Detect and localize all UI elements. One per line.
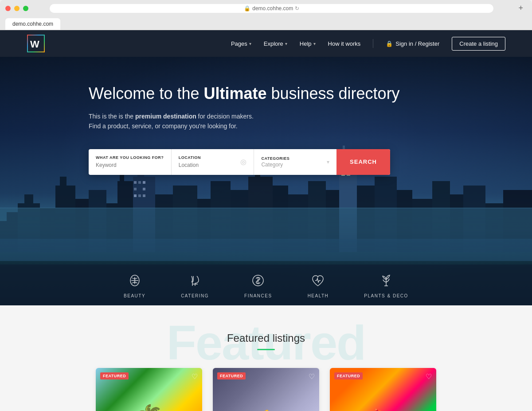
listing-card[interactable]: FEATURED ♡ 📍 London — [213, 368, 319, 411]
hero-content: Welcome to the Ultimate business directo… — [0, 57, 532, 175]
health-label: HEALTH — [308, 293, 329, 298]
card-image: FEATURED ♡ 📍 9 Merrit St, Jersey City, N… — [96, 368, 202, 411]
site-wrapper: W Pages ▾ Explore ▾ Help ▾ How it works — [0, 30, 532, 411]
new-tab-button[interactable]: + — [515, 4, 527, 13]
category-beauty[interactable]: BEAUTY — [124, 273, 145, 298]
tab-label: demo.cohhe.com — [12, 21, 53, 27]
nav-divider — [373, 39, 373, 48]
featured-title-wrap: Featured listings — [0, 332, 532, 350]
category-health[interactable]: HEALTH — [308, 273, 329, 298]
keyword-label: WHAT ARE YOU LOOKING FOR? — [96, 155, 164, 160]
like-icon[interactable]: ♡ — [192, 372, 198, 381]
chevron-down-icon: ▾ — [327, 159, 329, 165]
hero-title: Welcome to the Ultimate business directo… — [89, 83, 532, 104]
logo[interactable]: W — [27, 34, 45, 53]
keyword-field[interactable]: WHAT ARE YOU LOOKING FOR? — [89, 149, 172, 175]
listing-card[interactable]: FEATURED ♡ 📍 San Francisco — [330, 368, 436, 411]
browser-chrome: 🔒 demo.cohhe.com ↻ + demo.cohhe.com — [0, 0, 532, 30]
featured-title: Featured listings — [0, 332, 532, 344]
close-button[interactable] — [5, 6, 11, 11]
category-plants[interactable]: PLANTS & DECO — [364, 273, 408, 298]
beauty-label: BEAUTY — [124, 293, 145, 298]
svg-rect-18 — [143, 181, 145, 184]
like-icon[interactable]: ♡ — [426, 372, 432, 381]
svg-rect-22 — [138, 194, 141, 197]
listing-card[interactable]: FEATURED ♡ 📍 9 Merrit St, Jersey City, N… — [96, 368, 202, 411]
featured-section: Featured Featured listings FEATURED ♡ 📍 … — [0, 305, 532, 411]
svg-rect-20 — [143, 188, 145, 190]
search-button[interactable]: SEARCH — [336, 149, 390, 175]
svg-rect-16 — [134, 181, 137, 184]
category-field[interactable]: CATEGORIES Category ▾ — [254, 149, 336, 175]
location-icon: ◎ — [240, 158, 246, 166]
navbar: W Pages ▾ Explore ▾ Help ▾ How it works — [0, 30, 532, 57]
chevron-down-icon: ▾ — [249, 41, 251, 46]
location-label: LOCATION — [179, 155, 237, 160]
svg-rect-8 — [60, 177, 66, 186]
active-tab[interactable]: demo.cohhe.com — [5, 18, 60, 30]
finances-icon — [251, 273, 265, 290]
category-value: Category — [261, 162, 289, 168]
card-image: FEATURED ♡ 📍 London — [213, 368, 319, 411]
featured-underline — [257, 349, 275, 350]
maximize-button[interactable] — [23, 6, 28, 11]
svg-rect-23 — [143, 194, 145, 197]
plants-label: PLANTS & DECO — [364, 293, 408, 298]
cards-row: FEATURED ♡ 📍 9 Merrit St, Jersey City, N… — [0, 368, 532, 411]
catering-icon — [188, 273, 202, 290]
lock-icon: 🔒 — [244, 5, 250, 12]
health-icon — [311, 273, 325, 290]
signin-link[interactable]: 🔒 Sign in / Register — [386, 40, 439, 47]
search-bar: WHAT ARE YOU LOOKING FOR? LOCATION ◎ CAT… — [89, 149, 390, 175]
location-input[interactable] — [179, 162, 237, 168]
chevron-down-icon: ▾ — [313, 41, 316, 46]
category-catering[interactable]: CATERING — [181, 273, 209, 298]
svg-rect-5 — [24, 194, 33, 203]
like-icon[interactable]: ♡ — [309, 372, 315, 381]
svg-rect-17 — [138, 181, 141, 184]
hero-section: Welcome to the Ultimate business directo… — [0, 57, 532, 305]
category-bar: BEAUTY CATERING FINANCES H — [0, 265, 532, 305]
category-finances[interactable]: FINANCES — [244, 273, 272, 298]
featured-badge: FEATURED — [334, 372, 363, 379]
address-bar[interactable]: 🔒 demo.cohhe.com ↻ — [50, 4, 493, 13]
svg-rect-19 — [134, 188, 137, 190]
location-field[interactable]: LOCATION ◎ — [172, 149, 254, 175]
address-text: demo.cohhe.com — [252, 5, 293, 12]
minimize-button[interactable] — [14, 6, 20, 11]
nav-how-it-works[interactable]: How it works — [328, 40, 361, 47]
nav-help[interactable]: Help ▾ — [300, 40, 316, 47]
catering-label: CATERING — [181, 293, 209, 298]
svg-rect-21 — [134, 194, 137, 197]
reload-icon: ↻ — [295, 5, 299, 12]
card-image: FEATURED ♡ 📍 San Francisco — [330, 368, 436, 411]
svg-text:W: W — [30, 39, 39, 50]
finances-label: FINANCES — [244, 293, 272, 298]
beauty-icon — [128, 273, 142, 290]
category-label: CATEGORIES — [261, 156, 289, 161]
chevron-down-icon: ▾ — [285, 41, 287, 46]
create-listing-button[interactable]: Create a listing — [452, 37, 505, 51]
featured-badge: FEATURED — [100, 372, 129, 379]
water-reflection — [0, 208, 532, 261]
nav-explore[interactable]: Explore ▾ — [264, 40, 287, 47]
keyword-input[interactable] — [96, 162, 164, 168]
lock-icon: 🔒 — [386, 40, 393, 47]
nav-pages[interactable]: Pages ▾ — [231, 40, 251, 47]
hero-subtitle: This is the is the premium destination f… — [89, 111, 532, 131]
plants-icon — [379, 273, 393, 290]
featured-badge: FEATURED — [217, 372, 246, 379]
nav-menu: Pages ▾ Explore ▾ Help ▾ How it works 🔒 … — [231, 37, 505, 51]
